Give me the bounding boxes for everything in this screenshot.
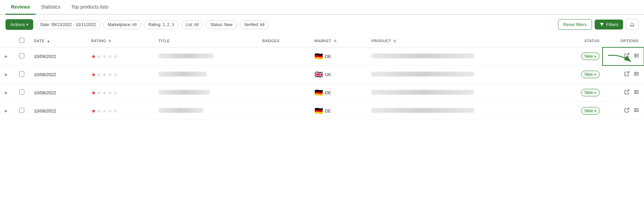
row-market-1: 🇩🇪 DE	[312, 47, 369, 66]
row-check-4[interactable]	[12, 102, 31, 120]
filter-chip-list[interactable]: List: All	[181, 20, 203, 29]
row-options-2	[603, 66, 644, 84]
external-link-button-4[interactable]	[623, 107, 631, 115]
star-empty: ★	[102, 71, 107, 78]
list-button-4[interactable]	[633, 107, 641, 115]
col-expand-header	[0, 34, 12, 47]
row-badges-1	[260, 47, 312, 66]
reset-filters-button[interactable]: Reset filters	[558, 19, 592, 30]
row-market-3: 🇩🇪 DE	[312, 84, 369, 102]
table-row: ▶ 10/08/2022 ★★★★★ 🇩🇪 DE New ▾	[0, 102, 644, 120]
status-chevron-2: ▾	[594, 73, 596, 76]
row-date-3: 10/08/2022	[31, 84, 88, 102]
row-status-3[interactable]: New ▾	[545, 84, 603, 102]
tab-top-products[interactable]: Top products lists	[66, 0, 114, 15]
status-badge-2[interactable]: New ▾	[581, 71, 600, 78]
title-blurred-2	[159, 72, 207, 76]
table-wrap: DATE ▲ RATING ⇅ TITLE BADGES MARKET ⇅ PR…	[0, 34, 644, 120]
external-link-button-3[interactable]	[623, 88, 631, 97]
star-empty: ★	[113, 90, 118, 96]
filter-chip-rating[interactable]: Rating: 1, 2, 3	[144, 20, 178, 29]
list-button-1[interactable]	[633, 52, 641, 60]
filters-button[interactable]: Filters	[595, 20, 623, 29]
table-row: ▶ 10/08/2022 ★★★★★ 🇬🇧 UK New ▾	[0, 66, 644, 84]
product-blurred-1	[371, 54, 474, 58]
external-link-button-2[interactable]	[623, 70, 631, 79]
star-filled: ★	[91, 53, 96, 60]
row-check-1[interactable]	[12, 47, 31, 66]
tab-reviews[interactable]: Reviews	[5, 0, 36, 15]
market-flag-1: 🇩🇪	[314, 52, 323, 60]
title-blurred-1	[159, 54, 213, 58]
row-rating-2: ★★★★★	[88, 66, 156, 84]
row-rating-1: ★★★★★	[88, 47, 156, 66]
star-filled: ★	[91, 108, 96, 114]
filter-chip-date[interactable]: Date: 09/13/2022 - 10/11/2022	[36, 20, 101, 29]
external-link-icon-3	[624, 89, 630, 95]
market-sort-icon: ⇅	[334, 39, 336, 43]
row-badges-4	[260, 102, 312, 120]
tab-statistics[interactable]: Statistics	[36, 0, 66, 15]
actions-button[interactable]: Actions	[5, 19, 33, 30]
external-link-button-1[interactable]	[623, 52, 631, 60]
list-icon-2	[634, 71, 640, 76]
filter-chip-status[interactable]: Status: New	[206, 20, 237, 29]
row-expand-2[interactable]: ▶	[0, 66, 12, 84]
list-button-2[interactable]	[633, 70, 641, 79]
row-title-3	[156, 84, 260, 102]
col-check-header	[12, 34, 31, 47]
row-title-1	[156, 47, 260, 66]
table-container: DATE ▲ RATING ⇅ TITLE BADGES MARKET ⇅ PR…	[0, 34, 644, 120]
product-blurred-3	[371, 90, 474, 95]
filter-chip-verified[interactable]: Verified: All	[240, 20, 269, 29]
list-button-3[interactable]	[633, 88, 641, 97]
row-checkbox-3[interactable]	[19, 90, 24, 95]
col-market-header[interactable]: MARKET ⇅	[312, 34, 369, 47]
row-check-3[interactable]	[12, 84, 31, 102]
star-empty: ★	[108, 71, 112, 78]
col-date-header[interactable]: DATE ▲	[31, 34, 88, 47]
star-empty: ★	[97, 53, 101, 60]
row-options-4	[603, 102, 644, 120]
date-sort-icon: ▲	[47, 39, 50, 43]
col-product-header[interactable]: PRODUCT ⇅	[369, 34, 545, 47]
toolbar: ActionsDate: 09/13/2022 - 10/11/2022Mark…	[0, 15, 644, 34]
table-row: ▶ 10/09/2022 ★★★★★ 🇩🇪 DE New ▾	[0, 47, 644, 66]
product-blurred-2	[371, 72, 474, 76]
funnel-icon	[599, 22, 604, 27]
row-expand-3[interactable]: ▶	[0, 84, 12, 102]
market-code-1: DE	[325, 54, 331, 59]
filter-chip-marketplace[interactable]: Marketplace: All	[103, 20, 141, 29]
folder-icon: 🗂	[630, 22, 635, 27]
status-label-1: New	[585, 54, 593, 59]
list-icon-4	[634, 107, 640, 113]
select-all-checkbox[interactable]	[19, 38, 24, 43]
status-badge-4[interactable]: New ▾	[581, 107, 600, 115]
row-product-4	[369, 102, 545, 120]
status-chevron-1: ▾	[594, 55, 596, 58]
row-check-2[interactable]	[12, 66, 31, 84]
rating-sort-icon: ⇅	[108, 39, 111, 43]
col-options-header: OPTIONS	[603, 34, 644, 47]
row-checkbox-1[interactable]	[19, 53, 24, 58]
row-expand-1[interactable]: ▶	[0, 47, 12, 66]
table-header-row: DATE ▲ RATING ⇅ TITLE BADGES MARKET ⇅ PR…	[0, 34, 644, 47]
star-empty: ★	[102, 90, 107, 96]
row-market-4: 🇩🇪 DE	[312, 102, 369, 120]
folder-button[interactable]: 🗂	[626, 19, 639, 30]
svg-point-11	[635, 73, 635, 74]
market-flag-3: 🇩🇪	[314, 88, 323, 97]
status-badge-1[interactable]: New ▾	[581, 52, 600, 60]
row-status-4[interactable]: New ▾	[545, 102, 603, 120]
row-status-2[interactable]: New ▾	[545, 66, 603, 84]
col-title-header: TITLE	[156, 34, 260, 47]
status-label-2: New	[585, 72, 593, 77]
row-expand-4[interactable]: ▶	[0, 102, 12, 120]
status-badge-3[interactable]: New ▾	[581, 89, 600, 96]
svg-point-18	[635, 93, 635, 94]
star-empty: ★	[97, 108, 101, 114]
row-status-1[interactable]: New ▾	[545, 47, 603, 66]
row-checkbox-4[interactable]	[19, 108, 24, 113]
col-rating-header[interactable]: RATING ⇅	[88, 34, 156, 47]
row-checkbox-2[interactable]	[19, 71, 24, 76]
